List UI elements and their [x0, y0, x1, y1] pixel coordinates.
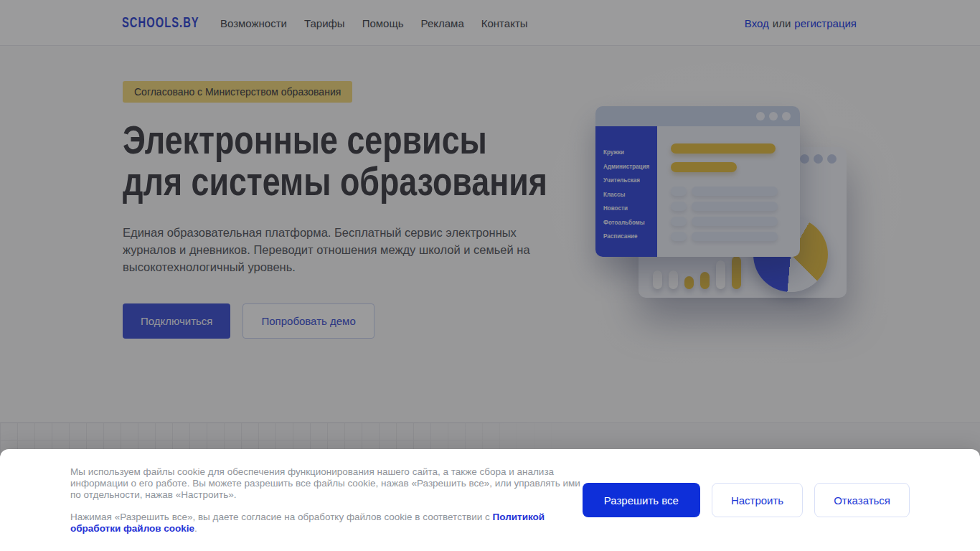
schools-by-landing-page: SCHOOLS.BY Возможности Тарифы Помощь Рек…: [0, 0, 980, 551]
cookie-buttons-row: Разрешить все Настроить Отказаться: [583, 483, 910, 517]
cookie-paragraph-2-suffix: .: [194, 523, 197, 534]
cookie-paragraph-2: Нажимая «Разрешить все», вы даете соглас…: [70, 512, 588, 534]
cookie-text-block: Мы используем файлы cookie для обеспечен…: [70, 466, 588, 534]
cookie-consent-banner: Мы используем файлы cookie для обеспечен…: [0, 449, 980, 551]
cookie-paragraph-1: Мы используем файлы cookie для обеспечен…: [70, 466, 588, 501]
decline-cookies-button[interactable]: Отказаться: [814, 483, 910, 517]
configure-cookies-button[interactable]: Настроить: [712, 483, 803, 517]
allow-all-cookies-button[interactable]: Разрешить все: [583, 483, 700, 517]
cookie-paragraph-2-prefix: Нажимая «Разрешить все», вы даете соглас…: [70, 512, 493, 522]
